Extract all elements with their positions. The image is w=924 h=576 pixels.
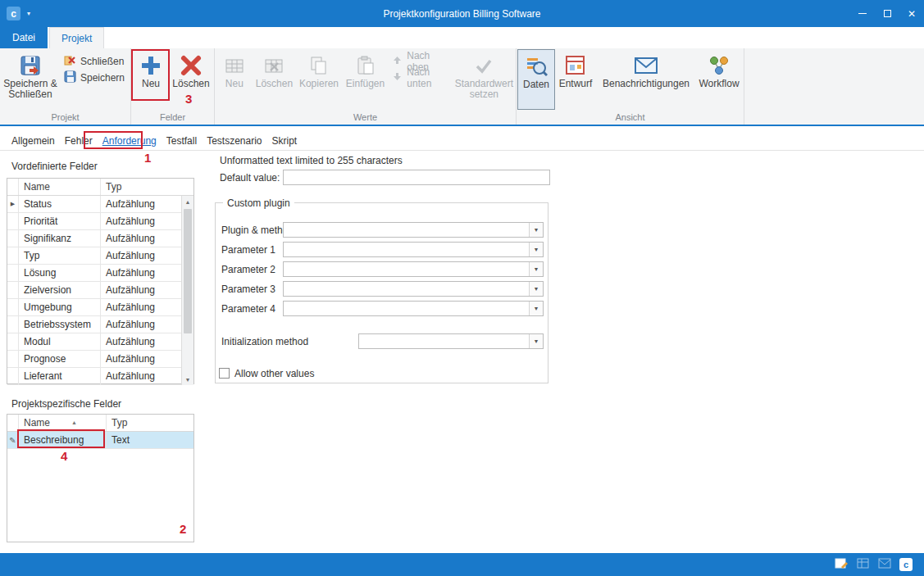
app-logo-small-icon[interactable]: c: [899, 558, 913, 571]
field-typ-cell[interactable]: Aufzählung: [101, 213, 181, 229]
field-typ-cell[interactable]: Aufzählung: [101, 333, 181, 350]
field-name-cell[interactable]: Zielversion: [19, 282, 101, 298]
field-name-cell[interactable]: Signifikanz: [19, 230, 101, 247]
scrollbar-thumb[interactable]: [184, 209, 192, 333]
dropdown-button[interactable]: ▼: [529, 223, 543, 237]
group-caption-ansicht: Ansicht: [517, 111, 744, 125]
vertical-scrollbar[interactable]: ▲ ▼: [181, 196, 193, 385]
view-benachrichtigungen-button[interactable]: Benachrichtigungen: [596, 49, 696, 110]
field-typ-cell[interactable]: Aufzählung: [101, 247, 181, 264]
ribbon-group-werte: Neu Löschen Kopieren Einfügen: [215, 48, 517, 125]
save-project-button[interactable]: Speichern: [60, 70, 129, 86]
tab-anforderung[interactable]: Anforderung: [101, 135, 158, 147]
tab-fehler[interactable]: Fehler: [63, 135, 94, 147]
table-row[interactable]: Typ Aufzählung: [7, 247, 181, 265]
quick-access-dropdown-icon[interactable]: ▾: [27, 10, 30, 17]
table-row-selected[interactable]: ✎ Beschreibung Text: [7, 432, 193, 449]
tab-skript[interactable]: Skript: [271, 135, 299, 147]
field-typ-cell[interactable]: Aufzählung: [101, 282, 181, 298]
view-workflow-button[interactable]: Workflow: [696, 49, 742, 110]
maximize-button[interactable]: [875, 0, 899, 27]
close-button[interactable]: ✕: [899, 0, 924, 27]
mail-status-icon[interactable]: [878, 558, 891, 572]
column-header-name[interactable]: Name: [19, 179, 101, 195]
field-name-cell[interactable]: Typ: [19, 247, 101, 264]
field-typ-cell[interactable]: Aufzählung: [101, 230, 181, 247]
table-row[interactable]: Priorität Aufzählung: [7, 213, 181, 230]
tab-testszenario[interactable]: Testszenario: [205, 135, 263, 147]
delete-value-button: Löschen: [253, 49, 296, 110]
tab-testfall[interactable]: Testfall: [165, 135, 198, 147]
benachrichtigungen-icon: [634, 52, 658, 79]
scroll-down-button[interactable]: ▼: [182, 374, 193, 385]
minimize-button[interactable]: [850, 0, 875, 27]
window-controls: ✕: [850, 0, 924, 27]
table-row[interactable]: Modul Aufzählung: [7, 333, 181, 351]
scroll-up-button[interactable]: ▲: [182, 196, 193, 207]
init-method-combobox[interactable]: ▼: [358, 333, 544, 349]
save-and-close-button[interactable]: Speichern & Schließen: [1, 49, 60, 110]
new-value-icon: [224, 52, 245, 79]
column-header-name[interactable]: Name ▲: [19, 415, 107, 431]
field-name-cell[interactable]: Betriebssystem: [19, 316, 101, 333]
new-value-label: Neu: [225, 79, 244, 89]
chevron-down-icon: ▼: [534, 338, 539, 344]
parameter3-combobox[interactable]: ▼: [283, 281, 544, 297]
maximize-icon: [884, 10, 891, 17]
field-name-cell[interactable]: Status: [19, 196, 101, 212]
save-close-label: Speichern & Schließen: [1, 79, 60, 100]
table-row[interactable]: Prognose Aufzählung: [7, 351, 181, 368]
field-typ-cell[interactable]: Aufzählung: [101, 368, 181, 384]
dropdown-button[interactable]: ▼: [529, 282, 543, 296]
delete-value-icon: [263, 52, 284, 79]
field-name-cell[interactable]: Prognose: [19, 351, 101, 367]
tab-datei[interactable]: Datei: [0, 27, 48, 48]
delete-field-button[interactable]: Löschen: [170, 49, 212, 110]
view-entwurf-button[interactable]: Entwurf: [555, 49, 596, 110]
default-value-input[interactable]: [283, 170, 550, 185]
field-name-cell[interactable]: Priorität: [19, 213, 101, 229]
table-row[interactable]: ▶ Status Aufzählung: [7, 196, 181, 213]
dropdown-button[interactable]: ▼: [529, 302, 543, 315]
table-row[interactable]: Umgebung Aufzählung: [7, 299, 181, 316]
close-project-button[interactable]: Schließen: [60, 53, 129, 70]
field-typ-cell[interactable]: Aufzählung: [101, 299, 181, 315]
field-typ-cell[interactable]: Aufzählung: [101, 196, 181, 212]
tab-allgemein[interactable]: Allgemein: [10, 135, 57, 147]
table-row[interactable]: Lösung Aufzählung: [7, 265, 181, 282]
table-row[interactable]: Lieferant Aufzählung: [7, 368, 181, 385]
parameter2-combobox[interactable]: ▼: [283, 261, 544, 277]
field-typ-cell[interactable]: Aufzählung: [101, 265, 181, 281]
field-name-cell[interactable]: Lieferant: [19, 368, 101, 384]
column-header-typ[interactable]: Typ: [101, 179, 193, 195]
new-field-button[interactable]: Neu: [132, 49, 170, 110]
field-name-cell[interactable]: Modul: [19, 333, 101, 350]
move-up-icon: [392, 55, 403, 68]
dropdown-button[interactable]: ▼: [529, 243, 543, 256]
field-name-cell[interactable]: Beschreibung: [19, 432, 107, 448]
predefined-fields-table: Name Typ ▶ Status Aufzählung Priorität A…: [7, 178, 194, 384]
field-name-cell[interactable]: Lösung: [19, 265, 101, 281]
field-typ-cell[interactable]: Text: [107, 432, 193, 448]
paste-value-label: Einfügen: [346, 79, 385, 89]
plugin-method-combobox[interactable]: ▼: [283, 222, 544, 238]
table-row[interactable]: Betriebssystem Aufzählung: [7, 316, 181, 333]
table-row[interactable]: Zielversion Aufzählung: [7, 282, 181, 299]
table-row[interactable]: Signifikanz Aufzählung: [7, 230, 181, 247]
tab-projekt[interactable]: Projekt: [49, 27, 104, 48]
field-name-cell[interactable]: Umgebung: [19, 299, 101, 315]
dropdown-button[interactable]: ▼: [529, 334, 543, 348]
entwurf-view-icon: [564, 52, 587, 79]
parameter4-combobox[interactable]: ▼: [283, 301, 544, 316]
view-daten-button[interactable]: Daten: [517, 49, 555, 110]
column-header-typ[interactable]: Typ: [107, 415, 193, 431]
grid-view-icon[interactable]: [857, 557, 870, 573]
field-typ-cell[interactable]: Aufzählung: [101, 316, 181, 333]
copy-value-label: Kopieren: [299, 79, 339, 89]
dropdown-button[interactable]: ▼: [529, 262, 543, 276]
field-typ-cell[interactable]: Aufzählung: [101, 351, 181, 367]
customize-layout-icon[interactable]: [835, 557, 849, 573]
save-project-icon: [64, 70, 76, 85]
parameter1-combobox[interactable]: ▼: [283, 242, 544, 257]
allow-other-values-checkbox[interactable]: [219, 368, 230, 379]
